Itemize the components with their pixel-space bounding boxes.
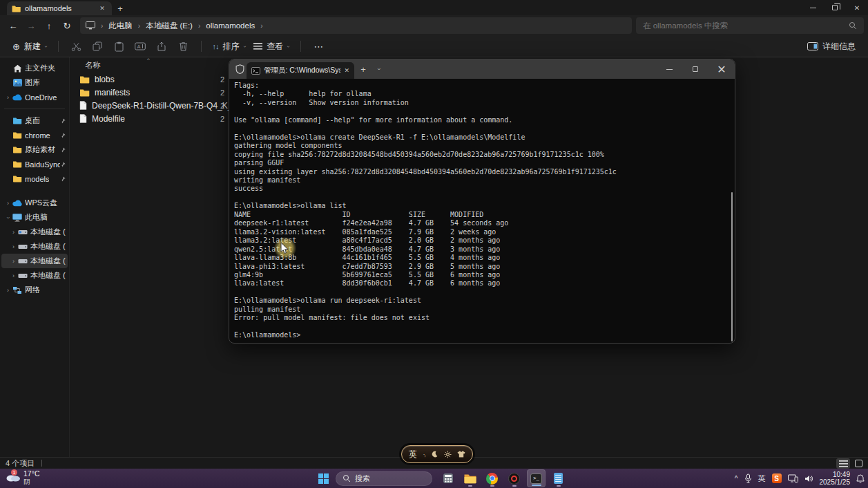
cast-screen-icon[interactable]	[788, 474, 798, 482]
details-pane-button[interactable]: 详细信息	[803, 41, 860, 53]
forward-button[interactable]: →	[22, 21, 40, 31]
breadcrumb-this-pc[interactable]: 此电脑	[108, 21, 133, 31]
more-options-button[interactable]: ⋯	[308, 41, 329, 52]
search-box[interactable]	[636, 17, 864, 34]
taskbar-app-notepad[interactable]	[549, 469, 568, 487]
file-name: manifests	[95, 88, 130, 97]
back-button[interactable]: ←	[4, 21, 22, 31]
chevron-right-icon[interactable]: ›	[4, 200, 12, 207]
start-button[interactable]	[314, 470, 332, 487]
terminal-new-tab-button[interactable]: +	[354, 64, 372, 75]
search-input[interactable]	[643, 21, 849, 30]
sidebar-item-onedrive[interactable]: › OneDrive	[1, 90, 68, 104]
large-icons-view-button[interactable]	[851, 458, 865, 469]
new-button[interactable]: ⊕ 新建 ›	[8, 41, 51, 53]
hidden-icons-chevron[interactable]: ^	[735, 475, 738, 482]
taskbar-app-file-explorer[interactable]	[461, 469, 479, 487]
speaker-icon[interactable]	[804, 475, 813, 482]
taskbar-app-recorder[interactable]	[505, 469, 523, 487]
explorer-tab[interactable]: ollamamodels ✕	[7, 1, 112, 15]
sidebar-label: models	[25, 175, 49, 183]
tab-close-icon[interactable]: ✕	[344, 67, 349, 74]
sidebar-item-raw-material[interactable]: 原始素材	[1, 142, 68, 157]
up-button[interactable]: ↑	[40, 21, 58, 31]
sidebar-item-network[interactable]: › 网络	[1, 283, 68, 297]
ime-status-bar[interactable]: 英 ·,	[401, 445, 473, 463]
sidebar-item-gallery[interactable]: 图库	[1, 75, 68, 90]
sogou-ime-icon[interactable]: S	[772, 473, 782, 483]
sidebar-item-models[interactable]: models	[1, 171, 68, 186]
skin-shirt-icon[interactable]	[457, 451, 465, 458]
sort-button[interactable]: ↑↓ 排序 ›	[209, 41, 250, 53]
rename-icon: A	[135, 42, 146, 50]
explorer-tab-bar: ollamamodels ✕ + ✕	[0, 0, 868, 15]
sidebar-item-drive-c[interactable]: › 本地磁盘 (C:)	[1, 225, 68, 239]
terminal-tab[interactable]: 管理员: C:\Windows\System32 ✕	[247, 62, 354, 79]
restore-button[interactable]	[824, 0, 846, 15]
taskbar-app-terminal[interactable]: >_	[527, 469, 546, 487]
terminal-title-bar[interactable]: 管理员: C:\Windows\System32 ✕ + › ✕	[229, 59, 735, 79]
sidebar-item-chrome[interactable]: chrome	[1, 128, 68, 142]
taskbar-app-chrome[interactable]	[483, 469, 501, 487]
copy-button[interactable]	[87, 41, 108, 51]
paste-button[interactable]	[108, 41, 130, 52]
tab-close-icon[interactable]: ✕	[97, 5, 107, 12]
sidebar-item-wps-cloud[interactable]: › WPS云盘	[1, 196, 68, 210]
file-icon	[79, 101, 87, 110]
chevron-right-icon[interactable]: ›	[10, 243, 17, 250]
ime-punctuation-toggle[interactable]: ·,	[423, 451, 425, 458]
breadcrumb[interactable]: › 此电脑 › 本地磁盘 (E:) › ollamamodels ›	[80, 17, 632, 34]
sidebar-item-home[interactable]: 主文件夹	[1, 61, 68, 75]
details-view-button[interactable]	[836, 458, 850, 469]
microphone-icon[interactable]	[744, 473, 752, 483]
terminal-scrollbar[interactable]	[731, 192, 733, 341]
taskbar-app-calculator[interactable]	[438, 469, 457, 487]
chevron-right-icon[interactable]: ›	[10, 229, 17, 236]
chevron-right-icon[interactable]: ›	[10, 258, 17, 265]
delete-button[interactable]	[173, 41, 194, 51]
minimize-button[interactable]	[802, 0, 824, 15]
chevron-down-icon[interactable]: ›	[5, 214, 12, 221]
taskbar-search[interactable]: 搜索	[336, 471, 432, 486]
weather-condition: 阴	[23, 478, 39, 485]
terminal-tab-dropdown[interactable]: ›	[376, 62, 383, 76]
breadcrumb-current-folder[interactable]: ollamamodels	[206, 21, 255, 30]
ime-language-indicator[interactable]: 英	[758, 473, 766, 484]
gear-icon[interactable]	[444, 451, 452, 458]
plus-circle-icon: ⊕	[12, 41, 20, 52]
windows-logo-icon	[318, 473, 329, 484]
sort-arrows-icon: ↑↓	[213, 42, 219, 50]
sidebar-item-drive-e[interactable]: › 本地磁盘 (E:)	[1, 254, 68, 268]
scissors-icon	[71, 41, 81, 52]
share-button[interactable]	[151, 41, 173, 51]
pin-icon	[60, 147, 66, 153]
close-button[interactable]: ✕	[846, 0, 868, 15]
sidebar-label: 桌面	[25, 115, 40, 126]
terminal-maximize-button[interactable]	[682, 59, 708, 79]
ime-mode-toggle[interactable]: 英	[409, 449, 417, 460]
view-button[interactable]: 查看 ›	[249, 41, 293, 53]
rename-button[interactable]: A	[130, 42, 151, 50]
date-column-partial: 2	[220, 102, 227, 110]
sidebar-item-desktop[interactable]: 桌面	[1, 113, 68, 128]
chevron-right-icon[interactable]: ›	[4, 287, 12, 294]
chevron-right-icon[interactable]: ›	[10, 272, 17, 279]
breadcrumb-drive-e[interactable]: 本地磁盘 (E:)	[146, 21, 193, 31]
sidebar-item-baidusyncdisk[interactable]: BaiduSyncdisk	[1, 157, 68, 171]
weather-widget[interactable]: 1 17°C 阴	[6, 470, 39, 485]
sidebar-item-this-pc[interactable]: › 此电脑	[1, 210, 68, 225]
cut-button[interactable]	[66, 41, 87, 52]
refresh-button[interactable]: ↻	[58, 21, 76, 31]
new-tab-button[interactable]: +	[112, 3, 128, 15]
terminal-close-button[interactable]: ✕	[708, 59, 735, 79]
chevron-right-icon[interactable]: ›	[4, 94, 12, 101]
terminal-content[interactable]: Flags: -h, --help help for ollama -v, --…	[229, 79, 735, 343]
clock[interactable]: 10:49 2025/1/25	[820, 471, 851, 486]
sidebar-item-drive-f[interactable]: › 本地磁盘 (F:)	[1, 268, 68, 283]
calculator-icon	[443, 473, 454, 484]
moon-icon[interactable]	[431, 451, 438, 458]
notification-bell-icon[interactable]	[856, 474, 865, 483]
desktop-folder-icon	[12, 117, 22, 124]
sidebar-item-drive-d[interactable]: › 本地磁盘 (D:)	[1, 239, 68, 254]
terminal-minimize-button[interactable]	[656, 59, 682, 79]
